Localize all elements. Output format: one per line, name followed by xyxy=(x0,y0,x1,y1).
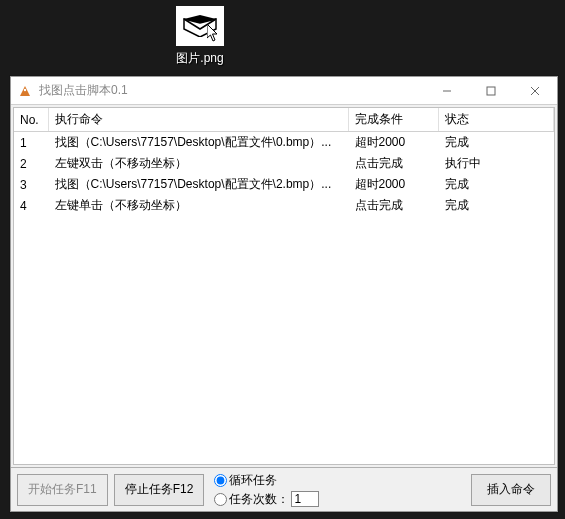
cell-no: 3 xyxy=(14,174,48,195)
count-task-label: 任务次数： xyxy=(229,491,289,508)
cell-cond: 点击完成 xyxy=(348,153,438,174)
loop-task-option[interactable]: 循环任务 xyxy=(214,472,319,489)
cell-no: 1 xyxy=(14,132,48,154)
close-button[interactable] xyxy=(513,77,557,105)
start-task-button[interactable]: 开始任务F11 xyxy=(17,474,108,506)
task-table[interactable]: No. 执行命令 完成条件 状态 1找图（C:\Users\77157\Desk… xyxy=(13,107,555,465)
table-row[interactable]: 2左键双击（不移动坐标）点击完成执行中 xyxy=(14,153,554,174)
cell-cond: 超时2000 xyxy=(348,174,438,195)
cell-status: 完成 xyxy=(438,132,554,154)
cell-no: 4 xyxy=(14,195,48,216)
cell-no: 2 xyxy=(14,153,48,174)
col-cmd[interactable]: 执行命令 xyxy=(48,108,348,132)
table-header-row[interactable]: No. 执行命令 完成条件 状态 xyxy=(14,108,554,132)
insert-command-button[interactable]: 插入命令 xyxy=(471,474,551,506)
minimize-button[interactable] xyxy=(425,77,469,105)
desktop-file[interactable]: 图片.png xyxy=(165,6,235,67)
loop-task-label: 循环任务 xyxy=(229,472,277,489)
cell-cmd: 左键单击（不移动坐标） xyxy=(48,195,348,216)
cell-cmd: 左键双击（不移动坐标） xyxy=(48,153,348,174)
cell-status: 完成 xyxy=(438,174,554,195)
desktop-file-label: 图片.png xyxy=(165,50,235,67)
table-row[interactable]: 4左键单击（不移动坐标）点击完成完成 xyxy=(14,195,554,216)
cell-status: 完成 xyxy=(438,195,554,216)
loop-task-radio[interactable] xyxy=(214,474,227,487)
stop-task-button[interactable]: 停止任务F12 xyxy=(114,474,205,506)
window-title: 找图点击脚本0.1 xyxy=(39,82,425,99)
app-window: 找图点击脚本0.1 No. 执行命令 xyxy=(10,76,558,512)
svg-rect-4 xyxy=(487,87,495,95)
svg-point-2 xyxy=(24,88,26,90)
bottom-bar: 开始任务F11 停止任务F12 循环任务 任务次数： 插入命令 xyxy=(11,467,557,511)
table-row[interactable]: 1找图（C:\Users\77157\Desktop\配置文件\0.bmp）..… xyxy=(14,132,554,154)
task-mode-group: 循环任务 任务次数： xyxy=(214,472,319,508)
app-icon xyxy=(17,83,33,99)
count-task-option[interactable]: 任务次数： xyxy=(214,491,319,508)
titlebar[interactable]: 找图点击脚本0.1 xyxy=(11,77,557,105)
cell-cmd: 找图（C:\Users\77157\Desktop\配置文件\2.bmp）... xyxy=(48,174,348,195)
cursor-icon xyxy=(207,24,221,44)
task-count-input[interactable] xyxy=(291,491,319,507)
col-status[interactable]: 状态 xyxy=(438,108,554,132)
col-no[interactable]: No. xyxy=(14,108,48,132)
table-row[interactable]: 3找图（C:\Users\77157\Desktop\配置文件\2.bmp）..… xyxy=(14,174,554,195)
cell-cond: 超时2000 xyxy=(348,132,438,154)
count-task-radio[interactable] xyxy=(214,493,227,506)
cell-cond: 点击完成 xyxy=(348,195,438,216)
cell-cmd: 找图（C:\Users\77157\Desktop\配置文件\0.bmp）... xyxy=(48,132,348,154)
maximize-button[interactable] xyxy=(469,77,513,105)
col-cond[interactable]: 完成条件 xyxy=(348,108,438,132)
cell-status: 执行中 xyxy=(438,153,554,174)
